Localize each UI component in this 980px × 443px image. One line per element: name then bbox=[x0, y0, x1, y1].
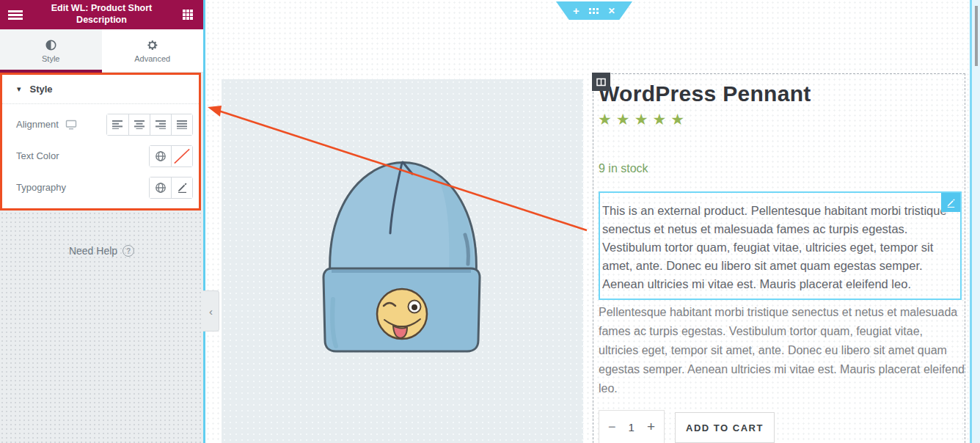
typography-edit-button[interactable] bbox=[171, 177, 192, 198]
chevron-left-icon: ‹ bbox=[209, 305, 213, 318]
align-center-icon bbox=[134, 120, 145, 129]
text-color-control: Text Color bbox=[16, 140, 193, 172]
pencil-icon bbox=[177, 182, 188, 193]
typography-button-group bbox=[149, 177, 193, 199]
product-rating-stars: ★★★★★ bbox=[598, 111, 689, 128]
caret-down-icon: ▾ bbox=[17, 84, 21, 94]
section-handle: + ✕ bbox=[556, 1, 632, 20]
alignment-label: Alignment bbox=[16, 119, 59, 130]
elementor-editor-screen: Edit WL: Product Short Description Style… bbox=[0, 0, 980, 443]
short-description-text: This is an external product. Pellentesqu… bbox=[600, 193, 960, 293]
column-icon bbox=[596, 78, 606, 87]
align-center-button[interactable] bbox=[128, 114, 150, 135]
style-controls: Alignment bbox=[2, 104, 199, 203]
panel-header: Edit WL: Product Short Description bbox=[0, 0, 203, 29]
column-settings-button[interactable] bbox=[592, 73, 610, 91]
help-icon: ? bbox=[122, 245, 134, 257]
text-color-label: Text Color bbox=[16, 150, 59, 161]
preview-scrollbar-thumb[interactable] bbox=[975, 6, 978, 66]
align-left-button[interactable] bbox=[107, 114, 128, 135]
panel-title: Edit WL: Product Short Description bbox=[31, 3, 172, 26]
hamburger-icon bbox=[8, 10, 23, 19]
apps-grid-icon bbox=[183, 10, 193, 20]
need-help-link[interactable]: Need Help ? bbox=[0, 245, 203, 257]
pencil-icon bbox=[946, 198, 956, 208]
text-color-button-group bbox=[149, 145, 193, 167]
quantity-input[interactable]: 1 bbox=[629, 421, 635, 433]
widgets-button[interactable] bbox=[172, 0, 203, 29]
panel-collapse-handle[interactable]: ‹ bbox=[203, 290, 219, 332]
quantity-stepper: − 1 + bbox=[599, 410, 665, 443]
product-title: WordPress Pennant bbox=[599, 81, 811, 106]
tab-style-label: Style bbox=[42, 54, 59, 63]
text-color-global-button[interactable] bbox=[150, 146, 171, 166]
align-left-icon bbox=[112, 120, 123, 129]
preview-scrollbar-track bbox=[972, 0, 980, 443]
globe-icon bbox=[155, 150, 167, 162]
elementor-panel: Edit WL: Product Short Description Style… bbox=[0, 0, 203, 443]
text-color-swatch[interactable] bbox=[171, 146, 192, 166]
menu-button[interactable] bbox=[0, 0, 31, 29]
quantity-decrease-button[interactable]: − bbox=[608, 420, 616, 435]
alignment-control: Alignment bbox=[16, 109, 193, 140]
typography-global-button[interactable] bbox=[150, 177, 171, 198]
tab-advanced[interactable]: Advanced bbox=[102, 29, 204, 72]
alignment-label-wrap: Alignment bbox=[16, 119, 77, 130]
align-justify-button[interactable] bbox=[171, 114, 192, 135]
product-info-column: WordPress Pennant ★★★★★ 9 in stock This … bbox=[593, 73, 965, 443]
typography-label: Typography bbox=[16, 182, 66, 193]
tab-advanced-label: Advanced bbox=[134, 54, 170, 63]
style-section: ▾ Style Alignment bbox=[0, 73, 201, 210]
product-image-column bbox=[222, 79, 583, 443]
stock-status: 9 in stock bbox=[599, 162, 648, 175]
desktop-icon bbox=[65, 120, 77, 130]
preview-canvas: + ✕ bbox=[205, 0, 980, 443]
style-section-header[interactable]: ▾ Style bbox=[2, 75, 199, 104]
no-color-swatch-icon bbox=[172, 146, 192, 166]
delete-section-button[interactable]: ✕ bbox=[608, 7, 615, 15]
beanie-product-image bbox=[222, 79, 583, 443]
style-section-title: Style bbox=[30, 84, 53, 95]
edit-widget-button[interactable] bbox=[941, 193, 960, 212]
product-description: Pellentesque habitant morbi tristique se… bbox=[599, 303, 965, 398]
typography-control: Typography bbox=[16, 172, 193, 203]
tab-style[interactable]: Style bbox=[0, 29, 102, 72]
align-justify-icon bbox=[177, 120, 188, 129]
quantity-increase-button[interactable]: + bbox=[647, 419, 655, 435]
gear-icon bbox=[146, 39, 158, 51]
short-description-widget[interactable]: This is an external product. Pellentesqu… bbox=[599, 191, 962, 300]
need-help-label: Need Help bbox=[69, 245, 117, 257]
drag-handle-icon[interactable] bbox=[589, 8, 599, 14]
add-to-cart-button[interactable]: ADD TO CART bbox=[675, 412, 775, 443]
add-section-button[interactable]: + bbox=[573, 5, 579, 16]
alignment-button-group bbox=[106, 114, 193, 136]
panel-tabs: Style Advanced bbox=[0, 29, 203, 73]
align-right-icon bbox=[156, 120, 167, 129]
globe-icon bbox=[155, 182, 167, 194]
adjust-icon bbox=[45, 39, 57, 51]
align-right-button[interactable] bbox=[150, 114, 171, 135]
